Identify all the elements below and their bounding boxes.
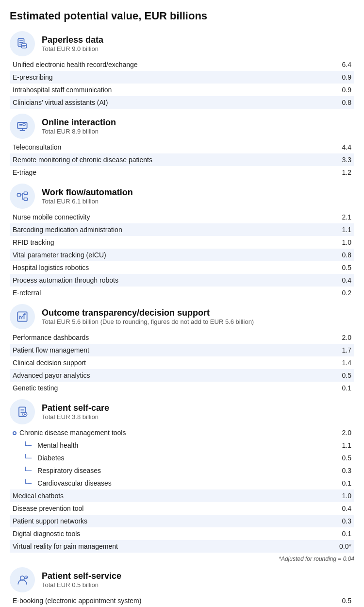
tree-connector: └─	[23, 479, 35, 487]
row-value: 0.8	[325, 249, 354, 261]
workflow-icon	[10, 184, 35, 209]
table-row: Unified electronic health record/exchang…	[10, 58, 354, 71]
row-value: 6.4	[325, 58, 354, 71]
row-value: 0.2	[325, 287, 354, 299]
tree-connector: └─	[23, 454, 35, 462]
svg-rect-4	[21, 44, 27, 48]
section-note-selfcare: *Adjusted for rounding = 0.04	[10, 556, 354, 562]
selfcare-icon	[10, 399, 35, 424]
section-header-selfcare: Patient self-careTotal EUR 3.8 billion	[10, 399, 354, 424]
row-value: 3.3	[325, 153, 354, 166]
table-row: Advanced payor analytics0.5	[10, 369, 354, 382]
table-row: RFID tracking1.0	[10, 236, 354, 249]
row-value: 0.3	[325, 464, 354, 477]
row-value: 0.5	[325, 261, 354, 274]
table-row: E-prescribing0.9	[10, 71, 354, 84]
row-value: 0.0*	[325, 540, 354, 553]
table-row: Chronic disease management tools2.0	[10, 426, 354, 439]
table-row: Nurse mobile connectivity2.1	[10, 211, 354, 223]
section-outcome: Outcome transparency/decision supportTot…	[10, 304, 354, 394]
rows-table-workflow: Nurse mobile connectivity2.1Barcoding me…	[10, 211, 354, 299]
row-value: 1.4	[325, 356, 354, 369]
row-label: Vital parameter tracking (eICU)	[10, 249, 325, 261]
page-title: Estimated potential value, EUR billions	[10, 10, 354, 22]
row-value: 0.5	[325, 369, 354, 382]
row-label: Process automation through robots	[10, 274, 325, 287]
svg-point-10	[23, 123, 25, 126]
row-label: Hospital logistics robotics	[10, 261, 325, 274]
row-value: 0.3	[325, 515, 354, 527]
row-label: E-booking (electronic appointment system…	[10, 594, 325, 607]
row-value: 2.1	[325, 211, 354, 223]
tree-connector: └─	[23, 467, 35, 474]
row-value: 1.0	[325, 489, 354, 502]
row-label: Digital diagnostic tools	[10, 527, 325, 540]
svg-point-24	[24, 313, 26, 315]
section-subtitle-online: Total EUR 8.9 billion	[42, 128, 116, 135]
table-row: E-referral0.2	[10, 287, 354, 299]
row-value: 0.1	[325, 382, 354, 394]
table-row: Process automation through robots0.4	[10, 274, 354, 287]
row-label: Chronic disease management tools	[10, 426, 325, 439]
row-label: └─ Cardiovascular diseases	[10, 477, 325, 489]
row-label: E-referral	[10, 287, 325, 299]
section-title-workflow: Work flow/automation	[42, 187, 133, 198]
table-row: Clinicians' virtual assistants (AI)0.8	[10, 96, 354, 109]
row-label: Teleconsultation	[10, 141, 325, 153]
row-label: Virtual reality for pain management	[10, 540, 325, 553]
row-label: Barcoding medication administration	[10, 223, 325, 236]
row-value: 0.5	[325, 594, 354, 607]
section-paperless: Paperless dataTotal EUR 9.0 billionUnifi…	[10, 31, 354, 109]
row-value: 0.1	[325, 477, 354, 489]
row-label: Advanced payor analytics	[10, 369, 325, 382]
row-label: Clinical decision support	[10, 356, 325, 369]
section-selfcare: Patient self-careTotal EUR 3.8 billionCh…	[10, 399, 354, 562]
row-label: Unified electronic health record/exchang…	[10, 58, 325, 71]
svg-rect-14	[24, 192, 28, 194]
row-value: 0.4	[325, 274, 354, 287]
row-value: 4.4	[325, 141, 354, 153]
section-title-selfservice: Patient self-service	[42, 571, 121, 581]
table-row: Patient flow management1.7	[10, 344, 354, 356]
table-row: Patient support networks0.3	[10, 515, 354, 527]
row-label: Medical chatbots	[10, 489, 325, 502]
row-value: 0.9	[325, 84, 354, 96]
row-label: Disease prevention tool	[10, 502, 325, 515]
row-label: └─ Mental health	[10, 439, 325, 452]
table-row: Digital diagnostic tools0.1	[10, 527, 354, 540]
online-icon	[10, 114, 35, 139]
table-row: └─ Mental health1.1	[10, 439, 354, 452]
row-value: 0.5	[325, 452, 354, 464]
table-row: └─ Diabetes0.5	[10, 452, 354, 464]
rows-table-paperless: Unified electronic health record/exchang…	[10, 58, 354, 109]
row-label: └─ Respiratory diseases	[10, 464, 325, 477]
table-row: Hospital logistics robotics0.5	[10, 261, 354, 274]
table-row: └─ Respiratory diseases0.3	[10, 464, 354, 477]
section-selfservice: Patient self-serviceTotal EUR 0.5 billio…	[10, 567, 354, 607]
table-row: Virtual reality for pain management0.0*	[10, 540, 354, 553]
table-row: Disease prevention tool0.4	[10, 502, 354, 515]
row-value: 0.1	[325, 527, 354, 540]
row-label: Genetic testing	[10, 382, 325, 394]
row-label: Remote monitoring of chronic disease pat…	[10, 153, 325, 166]
row-value: 1.0	[325, 236, 354, 249]
row-label: RFID tracking	[10, 236, 325, 249]
row-label: Patient flow management	[10, 344, 325, 356]
paperless-icon	[10, 31, 35, 56]
section-header-selfservice: Patient self-serviceTotal EUR 0.5 billio…	[10, 567, 354, 592]
row-value: 1.2	[325, 166, 354, 179]
table-row: E-booking (electronic appointment system…	[10, 594, 354, 607]
row-label: E-prescribing	[10, 71, 325, 84]
section-title-paperless: Paperless data	[42, 35, 103, 45]
table-row: Remote monitoring of chronic disease pat…	[10, 153, 354, 166]
table-row: Clinical decision support1.4	[10, 356, 354, 369]
section-subtitle-paperless: Total EUR 9.0 billion	[42, 45, 103, 52]
svg-rect-7	[17, 122, 27, 128]
tree-bullet	[13, 431, 17, 435]
row-value: 1.1	[325, 223, 354, 236]
row-value: 0.4	[325, 502, 354, 515]
section-subtitle-selfcare: Total EUR 3.8 billion	[42, 413, 109, 421]
rows-table-online: Teleconsultation4.4Remote monitoring of …	[10, 141, 354, 179]
svg-rect-15	[24, 198, 28, 201]
selfservice-icon	[10, 567, 35, 592]
